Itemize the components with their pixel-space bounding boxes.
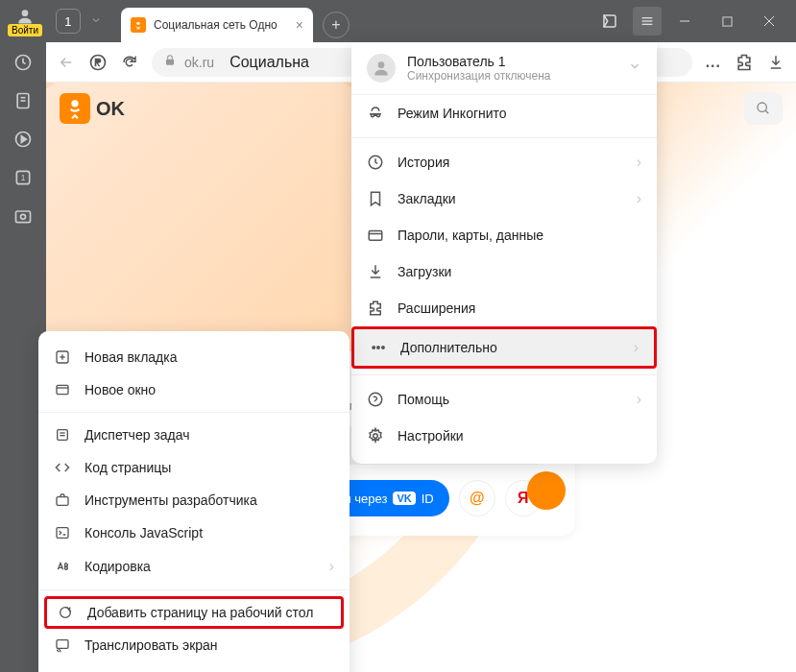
submenu-encoding[interactable]: Кодировка › [38,549,350,584]
svg-point-17 [21,214,26,219]
menu-passwords[interactable]: Пароли, карты, данные [351,217,657,253]
window-controls [591,0,796,42]
login-badge: Войти [8,24,42,36]
submenu-cast-screen[interactable]: Транслировать экран [38,629,350,661]
menu-more[interactable]: ••• Дополнительно › [351,326,657,369]
svg-point-1 [136,22,139,25]
menu-bookmarks[interactable]: Закладки › [351,180,657,217]
document-icon[interactable] [12,90,34,111]
titlebar: Войти 1 Социальная сеть Одно × + [0,0,796,42]
briefcase-icon [54,492,71,508]
menu-label: Диспетчер задач [84,427,334,443]
svg-point-23 [378,61,385,68]
yandex-home-button[interactable] [88,53,108,72]
maximize-button[interactable] [708,7,746,36]
submenu-add-to-desktop[interactable]: Добавить страницу на рабочий стол [44,596,344,629]
menu-label: Помощь [398,392,623,407]
ok-logo-text: OK [96,98,125,120]
chevron-down-icon[interactable] [90,12,102,30]
tab-count-button[interactable]: 1 [56,9,81,34]
main-menu-button[interactable] [633,7,662,36]
lock-icon [163,54,177,71]
chevron-right-icon: › [637,190,641,207]
search-button[interactable] [744,92,783,125]
submenu-new-tab[interactable]: Новая вкладка [38,341,350,373]
gear-icon [367,427,384,444]
back-button[interactable] [58,54,75,71]
submenu-page-source[interactable]: Код страницы [38,451,350,484]
svg-rect-38 [57,528,68,539]
menu-label: Закладки [398,191,623,206]
menu-extensions[interactable]: Расширения [351,290,657,326]
ok-logo[interactable]: OK [60,93,125,124]
terminal-icon [54,525,71,540]
submenu-new-window[interactable]: Новое окно [38,373,350,406]
reload-button[interactable] [121,54,138,71]
menu-label: Добавить страницу на рабочий стол [87,605,331,620]
submenu-dev-tools[interactable]: Инструменты разработчика [38,484,350,516]
bookmarks-panel-button[interactable] [591,7,629,36]
shortcut-icon [57,605,74,620]
url-title: Социальна [229,54,309,71]
vk-badge: VK [393,492,415,505]
close-button[interactable] [750,7,788,36]
bookmark-icon [367,190,384,207]
mail-login-button[interactable]: @ [459,480,495,516]
submenu-task-manager[interactable]: Диспетчер задач [38,419,350,451]
menu-label: Код страницы [84,460,334,475]
more-button[interactable]: ... [706,54,721,71]
menu-label: Дополнительно [400,340,620,355]
menu-history[interactable]: История › [351,144,657,180]
new-tab-button[interactable]: + [323,12,350,38]
tab-title: Социальная сеть Одно [154,18,288,32]
menu-incognito[interactable]: Режим Инкогнито [351,95,657,132]
submenu-js-console[interactable]: Консоль JavaScript [38,516,350,549]
svg-rect-37 [57,497,68,506]
downloads-button[interactable] [767,54,784,71]
more-submenu: Новая вкладка Новое окно Диспетчер задач… [38,331,350,672]
login-submit-button[interactable] [527,471,566,510]
history-icon [367,154,384,171]
cast-icon [54,637,71,653]
profile-button[interactable]: Войти [8,7,42,36]
menu-settings[interactable]: Настройки [351,418,657,454]
play-icon[interactable] [12,129,34,150]
menu-label: Транслировать экран [84,637,334,653]
extensions-button[interactable] [735,53,754,72]
menu-user-section[interactable]: Пользователь 1 Синхронизация отключена [351,42,657,95]
user-icon [15,7,35,26]
main-menu-dropdown: Пользователь 1 Синхронизация отключена Р… [351,42,657,464]
menu-divider [351,374,657,375]
menu-label: Кодировка [84,559,316,574]
menu-label: Инструменты разработчика [84,492,334,508]
menu-divider [351,137,657,138]
menu-label: Консоль JavaScript [84,525,334,540]
tabs-icon[interactable]: 1 [12,167,34,188]
minimize-button[interactable] [665,7,704,36]
download-icon [367,263,384,280]
incognito-icon [367,105,384,122]
history-icon[interactable] [12,52,34,73]
menu-downloads[interactable]: Загрузки [351,253,657,290]
tab-close-button[interactable]: × [296,17,303,33]
chevron-right-icon: › [329,558,334,575]
sync-status: Синхронизация отключена [407,69,616,83]
puzzle-icon [367,300,384,317]
menu-label: Новая вкладка [84,349,334,365]
menu-label: Пароли, карты, данные [398,228,641,243]
svg-point-27 [369,393,382,406]
chevron-down-icon [628,60,641,77]
screenshot-icon[interactable] [12,205,34,227]
ok-logo-icon [60,93,90,124]
chevron-right-icon: › [637,391,641,408]
svg-point-20 [71,100,78,107]
svg-rect-16 [16,211,31,223]
menu-help[interactable]: Помощь › [351,381,657,418]
tab-count: 1 [64,14,71,29]
menu-label: История [398,155,623,170]
url-domain: ok.ru [184,55,214,70]
submenu-close-browser[interactable]: Закрыть Браузер [38,661,350,672]
browser-tab[interactable]: Социальная сеть Одно × [121,8,313,42]
code-icon [54,460,71,475]
chevron-right-icon: › [634,339,639,356]
